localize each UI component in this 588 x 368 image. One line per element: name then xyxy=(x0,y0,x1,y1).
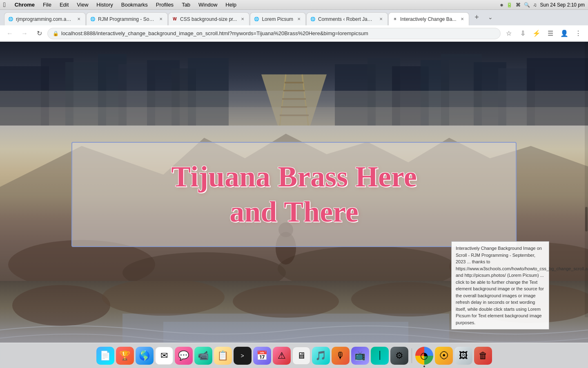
profile-button[interactable]: 👤 xyxy=(558,27,571,40)
mail-icon: ✉ xyxy=(160,350,168,361)
text-box[interactable]: Tijuana Brass Here and There xyxy=(71,142,517,247)
svg-rect-37 xyxy=(163,322,408,343)
notes-icon: 📋 xyxy=(217,350,228,361)
music-icon: 🎵 xyxy=(315,350,326,361)
tab-4-title: Lorem Picsum xyxy=(262,16,293,22)
dock-mail[interactable]: ✉ xyxy=(155,347,173,365)
dock-finder2[interactable]: 🖥 xyxy=(292,347,310,365)
safari-icon: 🌎 xyxy=(139,350,150,361)
page-content: Tijuana Brass Here and There xyxy=(0,42,588,343)
tab-3[interactable]: W CSS background-size pr... ✕ xyxy=(168,12,249,25)
control-center-icon[interactable]: ♫ xyxy=(533,2,537,8)
svg-point-38 xyxy=(12,285,110,326)
chrome-icon: ◔ xyxy=(420,350,428,361)
dock-messages[interactable]: 💬 xyxy=(175,347,193,365)
scrollbar-thumb[interactable] xyxy=(585,207,588,231)
reload-button[interactable]: ↻ xyxy=(33,27,46,40)
tab-1[interactable]: 🌐 rjmprogramming.com.au... ✕ xyxy=(4,12,86,25)
dock-launchpad[interactable]: 🏆 xyxy=(116,347,134,365)
apple-menu[interactable]:  xyxy=(3,1,6,9)
tabs-overflow-button[interactable]: ⌄ xyxy=(485,11,496,23)
battery-icon[interactable]: 🔋 xyxy=(506,2,512,8)
menubar-file[interactable]: File xyxy=(39,2,56,8)
menubar:  Chrome File Edit View History Bookmark… xyxy=(0,0,588,10)
appstore-icon: ￨ xyxy=(377,350,382,361)
tab-6-close[interactable]: ✕ xyxy=(459,16,466,22)
tab-2-title: RJM Programming - Soft... xyxy=(98,16,155,22)
menubar-tab[interactable]: Tab xyxy=(178,2,194,8)
dock-notes[interactable]: 📋 xyxy=(214,347,232,365)
menubar-profiles[interactable]: Profiles xyxy=(152,2,178,8)
cursor-icon: 🖼 xyxy=(459,350,468,361)
menubar-help[interactable]: Help xyxy=(221,2,241,8)
tab-4[interactable]: 🌐 Lorem Picsum ✕ xyxy=(250,12,306,25)
menubar-chrome[interactable]: Chrome xyxy=(11,2,39,8)
facetime-icon: 📹 xyxy=(198,350,209,361)
tab-4-close[interactable]: ✕ xyxy=(296,16,302,22)
tab-2[interactable]: 🌐 RJM Programming - Soft... ✕ xyxy=(86,12,168,25)
back-button[interactable]: ← xyxy=(3,27,16,40)
bg-top xyxy=(0,42,588,126)
tab-5-favicon: 🌐 xyxy=(310,16,316,22)
forest-bg xyxy=(0,42,588,126)
menubar-edit[interactable]: Edit xyxy=(56,2,73,8)
tab-1-close[interactable]: ✕ xyxy=(76,16,82,22)
dock-system-prefs[interactable]: ⚙ xyxy=(390,347,408,365)
info-tooltip: Interactively Change Background Image on… xyxy=(451,241,549,330)
extensions-button[interactable]: ⚡ xyxy=(530,27,543,40)
scrollbar[interactable] xyxy=(585,42,588,317)
tab-6-favicon: ☀ xyxy=(392,16,398,22)
dock-calendar[interactable]: 📅 xyxy=(253,347,271,365)
tab-6-title: Interactively Change Ba... xyxy=(400,16,456,22)
tab-6-active[interactable]: ☀ Interactively Change Ba... ✕ xyxy=(388,12,469,25)
dock-podcast[interactable]: 🎙 xyxy=(332,347,350,365)
heading-line1: Tijuana Brass Here xyxy=(171,160,416,193)
menubar-view[interactable]: View xyxy=(73,2,92,8)
dock-chrome[interactable]: ◔ xyxy=(415,347,433,365)
bookmark-button[interactable]: ☆ xyxy=(502,27,515,40)
download-button[interactable]: ⇩ xyxy=(516,27,529,40)
dock-trash[interactable]: 🗑 xyxy=(474,347,492,365)
dock-appstore[interactable]: ￨ xyxy=(371,347,389,365)
dock-separator xyxy=(412,348,412,363)
menubar-window[interactable]: Window xyxy=(194,2,221,8)
new-tab-button[interactable]: + xyxy=(471,11,483,23)
chrome-active-dot xyxy=(423,366,425,367)
svg-rect-36 xyxy=(122,314,449,343)
text-box-wrapper: Tijuana Brass Here and There xyxy=(71,142,517,247)
menubar-status-area: ⎈ 🔋 ⌘ 🔍 ♫ Sun 24 Sep 2:10 pm xyxy=(500,2,585,8)
tab-1-favicon: 🌐 xyxy=(8,16,13,22)
search-icon[interactable]: 🔍 xyxy=(524,2,530,8)
messages-icon: 💬 xyxy=(178,350,189,361)
dock-finder[interactable]: 📄 xyxy=(96,347,114,365)
tab-3-close[interactable]: ✕ xyxy=(239,16,246,22)
chrome-window: 🌐 rjmprogramming.com.au... ✕ 🌐 RJM Progr… xyxy=(0,10,588,368)
dock-safari[interactable]: 🌎 xyxy=(136,347,154,365)
menubar-bookmarks[interactable]: Bookmarks xyxy=(117,2,152,8)
dock-filezilla[interactable]: 🖸 xyxy=(435,347,453,365)
finder2-icon: 🖥 xyxy=(297,350,306,361)
tab-5-close[interactable]: ✕ xyxy=(378,16,384,22)
forward-button[interactable]: → xyxy=(18,27,31,40)
tab-1-title: rjmprogramming.com.au... xyxy=(16,16,73,22)
tab-2-favicon: 🌐 xyxy=(90,16,96,22)
menu-button[interactable]: ⋮ xyxy=(572,27,585,40)
wifi-icon[interactable]: ⌘ xyxy=(516,2,521,8)
dock-music[interactable]: 🎵 xyxy=(312,347,330,365)
menubar-history[interactable]: History xyxy=(92,2,117,8)
finder-icon: 📄 xyxy=(100,350,111,361)
dock-reminders[interactable]: ⚠ xyxy=(273,347,291,365)
terminal-icon: > xyxy=(241,352,244,359)
tab-2-close[interactable]: ✕ xyxy=(158,16,164,22)
security-icon: 🔒 xyxy=(53,31,59,36)
tab-5[interactable]: 🌐 Comments ‹ Robert Jam... ✕ xyxy=(306,12,388,25)
dock-facetime[interactable]: 📹 xyxy=(194,347,212,365)
dock-terminal[interactable]: > xyxy=(234,347,252,365)
dock-tv[interactable]: 📺 xyxy=(351,347,369,365)
dock-cursor[interactable]: 🖼 xyxy=(454,347,472,365)
datetime-display: Sun 24 Sep 2:10 pm xyxy=(540,2,585,8)
sidebar-button[interactable]: ☰ xyxy=(544,27,557,40)
address-bar[interactable]: 🔒 localhost:8888/interactively_change_ba… xyxy=(47,28,501,39)
bluetooth-icon[interactable]: ⎈ xyxy=(500,2,503,8)
page-heading: Tijuana Brass Here and There xyxy=(85,159,503,230)
